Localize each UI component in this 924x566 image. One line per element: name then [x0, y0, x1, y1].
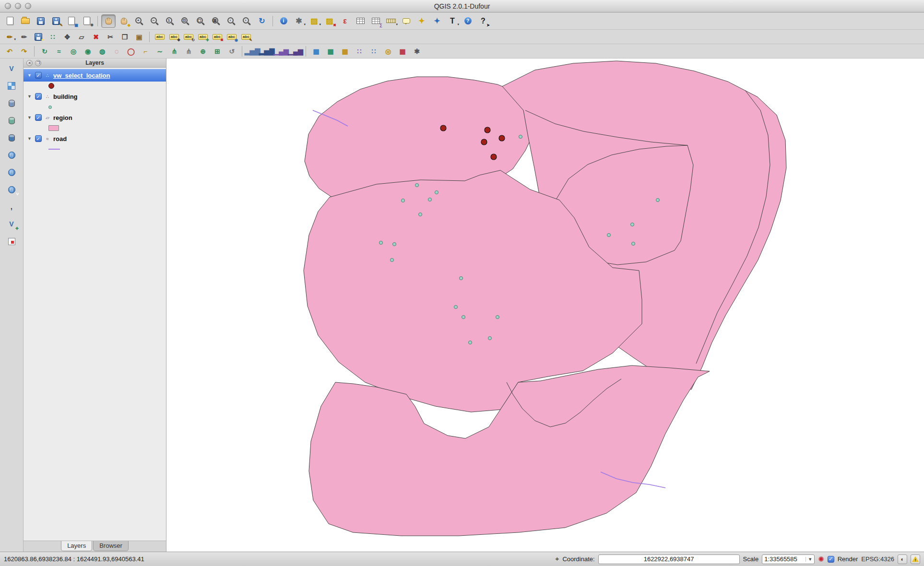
zoom-to-selection-button[interactable]: ▢	[193, 14, 208, 28]
topology-checker-button[interactable]: ▦	[396, 45, 409, 57]
save-layer-edits-button[interactable]: ✏	[32, 31, 45, 43]
add-postgis-layer-button[interactable]	[4, 96, 19, 110]
zoom-in-button[interactable]: +	[132, 14, 146, 28]
delete-part-button[interactable]: ◯	[124, 45, 138, 57]
move-feature-button[interactable]: ✥	[60, 31, 74, 43]
panel-float-button[interactable]: ❐	[35, 60, 41, 66]
split-features-button[interactable]: ⋔	[167, 45, 181, 57]
undo-button[interactable]: ↶	[3, 45, 16, 57]
layer-item-region[interactable]: ▼▱region	[24, 111, 166, 124]
add-spatialite-layer-button[interactable]	[4, 113, 19, 128]
select-by-location-button[interactable]: ▦	[324, 45, 337, 57]
zoom-to-layer-button[interactable]: ▥	[209, 14, 223, 28]
add-delimited-text-layer-button[interactable]: ,	[4, 200, 19, 214]
pan-map-button[interactable]	[101, 14, 116, 28]
disclosure-triangle-icon[interactable]: ▼	[27, 115, 32, 120]
deselect-features-button[interactable]: ▨✖	[322, 14, 337, 28]
merge-features-button[interactable]: ⊕	[196, 45, 210, 57]
coordinate-input[interactable]	[598, 554, 740, 564]
zoom-out-button[interactable]: −	[147, 14, 162, 28]
spatial-query-button[interactable]: ▦	[309, 45, 323, 57]
layer-item-vw_select_location[interactable]: ▼∴vw_select_location	[24, 69, 166, 82]
help-contents-button[interactable]: ?	[461, 14, 475, 28]
layer-item-road[interactable]: ▼≈road	[24, 132, 166, 145]
minimize-button[interactable]	[15, 3, 21, 9]
label-properties-button[interactable]: abc✎	[239, 31, 253, 43]
add-ring-button[interactable]: ◎	[67, 45, 80, 57]
processing-options-button[interactable]: ✱	[410, 45, 424, 57]
tab-browser[interactable]: Browser	[93, 541, 129, 551]
add-wcs-layer-button[interactable]	[4, 165, 19, 179]
random-points-button[interactable]: ∷	[353, 45, 366, 57]
new-project-button[interactable]	[3, 14, 17, 28]
select-features-button[interactable]: ▨▾	[307, 14, 321, 28]
delete-selected-button[interactable]: ✖	[89, 31, 103, 43]
label-unpin-button[interactable]: abc✖	[211, 31, 224, 43]
merge-attributes-button[interactable]: ⊞	[211, 45, 224, 57]
add-feature-button[interactable]: ∷	[46, 31, 59, 43]
crs-status-button[interactable]: ◐	[898, 554, 907, 564]
panel-close-button[interactable]: ✕	[26, 60, 33, 66]
close-button[interactable]	[5, 3, 11, 9]
save-project-button[interactable]	[34, 14, 48, 28]
save-project-as-button[interactable]: ✎	[49, 14, 63, 28]
map-canvas[interactable]	[166, 59, 924, 552]
histogram-stretch-local-button[interactable]: ▂▅▇	[246, 45, 259, 57]
contrast-stretch-full-button[interactable]: ▁▄▆	[289, 45, 302, 57]
zoom-button[interactable]	[25, 3, 31, 9]
cut-features-button[interactable]: ✂	[104, 31, 117, 43]
run-feature-action-button[interactable]: ✱▾	[292, 14, 306, 28]
label-pin-button[interactable]: abc✚	[196, 31, 210, 43]
simplify-feature-button[interactable]: ≈	[52, 45, 66, 57]
add-part-button[interactable]: ◉	[81, 45, 95, 57]
copy-features-button[interactable]: ❐	[118, 31, 131, 43]
new-bookmark-button[interactable]: ✦	[415, 14, 429, 28]
redo-button[interactable]: ↷	[17, 45, 31, 57]
reshape-features-button[interactable]: ∼	[153, 45, 166, 57]
disclosure-triangle-icon[interactable]: ▼	[27, 73, 32, 78]
text-annotation-button[interactable]: T▾	[445, 14, 460, 28]
add-vector-layer-button[interactable]: V	[4, 61, 19, 76]
new-print-composer-button[interactable]: ▦	[64, 14, 79, 28]
refresh-map-button[interactable]: ↻	[255, 14, 269, 28]
identify-features-button[interactable]: i	[276, 14, 291, 28]
delete-ring-button[interactable]: ◌	[110, 45, 123, 57]
vector-grid-button[interactable]: ▦	[338, 45, 352, 57]
coordinate-capture-icon[interactable]: ⌖	[555, 555, 559, 563]
composer-manager-button[interactable]: ✱	[80, 14, 94, 28]
label-show-hide-button[interactable]: abc◉	[225, 31, 238, 43]
current-edits-button[interactable]: ✏▾	[3, 31, 16, 43]
label-move-button[interactable]: abc✥	[167, 31, 181, 43]
open-project-button[interactable]	[18, 14, 33, 28]
layer-item-building[interactable]: ▼∴building	[24, 90, 166, 103]
split-parts-button[interactable]: ⋔	[182, 45, 195, 57]
node-tool-button[interactable]: ▱	[75, 31, 88, 43]
add-mssql-layer-button[interactable]	[4, 130, 19, 145]
disclosure-triangle-icon[interactable]: ▼	[27, 94, 32, 99]
zoom-last-button[interactable]: ‹	[224, 14, 238, 28]
layer-visibility-checkbox[interactable]	[35, 72, 42, 79]
messages-button[interactable]: !	[911, 554, 920, 564]
histogram-stretch-full-button[interactable]: ▂▅▇	[260, 45, 273, 57]
add-wms-layer-button[interactable]	[4, 148, 19, 162]
map-tips-button[interactable]	[399, 14, 414, 28]
layer-visibility-checkbox[interactable]	[35, 93, 42, 100]
layer-visibility-checkbox[interactable]	[35, 114, 42, 121]
new-spatialite-layer-button[interactable]	[4, 234, 19, 248]
toggle-editing-button[interactable]: ✏	[17, 31, 31, 43]
zoom-full-button[interactable]: ⊡	[178, 14, 192, 28]
whats-this-button[interactable]: ?➤	[476, 14, 490, 28]
rotate-point-symbols-button[interactable]: ↺	[225, 45, 238, 57]
fill-ring-button[interactable]: ◍	[95, 45, 109, 57]
select-by-expression-button[interactable]: ε	[338, 14, 352, 28]
add-wfs-layer-button[interactable]: V	[4, 182, 19, 197]
offset-curve-button[interactable]: ⌐	[139, 45, 152, 57]
paste-features-button[interactable]: ▣	[132, 31, 146, 43]
open-field-calculator-button[interactable]: ∑	[368, 14, 383, 28]
regular-points-button[interactable]: ∷	[367, 45, 380, 57]
zoom-actual-button[interactable]: 1	[163, 14, 177, 28]
labeling-button[interactable]: abc	[153, 31, 166, 43]
tab-layers[interactable]: Layers	[61, 541, 92, 551]
show-bookmarks-button[interactable]: ✦	[430, 14, 444, 28]
new-shapefile-layer-button[interactable]: V✚	[4, 217, 19, 231]
